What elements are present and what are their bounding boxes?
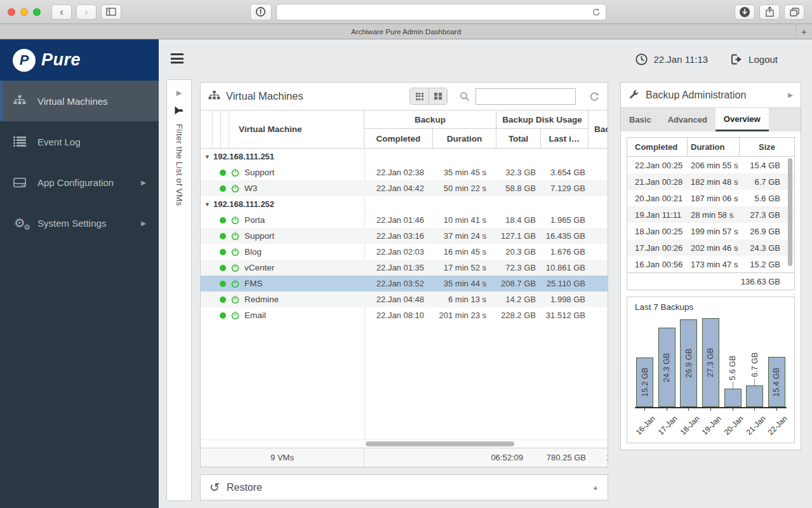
chart-x-labels: 16-Jan17-Jan18-Jan19-Jan20-Jan21-Jan22-J… bbox=[635, 408, 787, 439]
sidebar: P Pure Virtual Machines Event Log App Co… bbox=[0, 39, 159, 508]
vm-table-row[interactable]: Porta22.Jan 01:4610 min 41 s18.4 GB1.965… bbox=[201, 212, 608, 228]
zoom-window-button[interactable] bbox=[33, 8, 41, 16]
chart-x-cell: 20-Jan bbox=[724, 408, 742, 439]
sidebar-item-system-settings[interactable]: ⚙⚙ System Settings ▶ bbox=[0, 203, 159, 243]
column-size[interactable]: Size bbox=[740, 138, 794, 156]
column-total[interactable]: Total bbox=[496, 129, 541, 148]
close-window-button[interactable] bbox=[8, 8, 15, 16]
vm-name-cell: Porta bbox=[201, 215, 364, 225]
scrollbar-thumb[interactable] bbox=[366, 441, 514, 446]
vm-disk-total: 228.2 GB bbox=[496, 311, 541, 320]
vm-name: Blog bbox=[244, 247, 262, 257]
column-group-backup-disk-usage: Backup Disk Usage bbox=[496, 110, 589, 129]
host-group-row[interactable]: ▼192.168.111.251 bbox=[201, 149, 608, 164]
logout-label: Logout bbox=[749, 54, 778, 65]
browser-forward-button[interactable]: › bbox=[76, 4, 97, 20]
vm-name-cell: Email bbox=[201, 311, 364, 320]
power-icon bbox=[231, 168, 239, 177]
tab-overview[interactable]: Overview bbox=[715, 108, 769, 131]
minimize-window-button[interactable] bbox=[20, 8, 28, 16]
clock-icon bbox=[636, 53, 648, 65]
list-icon bbox=[13, 137, 27, 147]
sidebar-item-event-log[interactable]: Event Log bbox=[0, 121, 159, 162]
sidebar-item-app-configuration[interactable]: App Configuration ▶ bbox=[0, 162, 159, 203]
vm-search-input[interactable] bbox=[476, 88, 576, 105]
share-button[interactable] bbox=[759, 4, 780, 20]
x-axis-label: 17-Jan bbox=[656, 414, 679, 437]
backup-completed: 17.Jan 00:26 bbox=[627, 243, 688, 253]
chevron-right-icon: ▶ bbox=[141, 220, 146, 227]
tab-basic[interactable]: Basic bbox=[621, 108, 660, 131]
overview-row[interactable]: 21.Jan 00:28182 min 48 s6.7 GB bbox=[627, 173, 794, 190]
bar-value-label: 6.7 GB bbox=[750, 352, 759, 377]
tab-advanced[interactable]: Advanced bbox=[660, 108, 715, 131]
url-input[interactable] bbox=[282, 8, 592, 17]
chevron-right-icon[interactable]: ▶ bbox=[788, 91, 793, 98]
tile-view-button[interactable] bbox=[429, 88, 447, 104]
vm-table-row[interactable]: Support22.Jan 02:3835 min 45 s32.3 GB3.6… bbox=[201, 164, 608, 180]
browser-sidebar-toggle-button[interactable] bbox=[101, 4, 121, 20]
expand-filter-icon[interactable]: ▶ bbox=[176, 89, 182, 97]
vm-table-footer: 9 VMs 06:52:09 780.25 GB 1 bbox=[201, 448, 608, 467]
reload-icon[interactable] bbox=[592, 8, 601, 17]
column-last-incremental[interactable]: Last i… bbox=[541, 129, 589, 148]
column-completed[interactable]: Completed bbox=[364, 129, 433, 148]
total-duration: 06:52:09 bbox=[364, 453, 541, 462]
collapse-icon[interactable]: ▲ bbox=[592, 484, 599, 491]
backup-completed: 20.Jan 00:21 bbox=[627, 194, 688, 203]
overview-row[interactable]: 22.Jan 00:25206 min 55 s15.4 GB bbox=[627, 157, 794, 173]
browser-back-button[interactable]: ‹ bbox=[51, 4, 72, 20]
browser-tab-title[interactable]: Archiware Pure Admin Dashboard bbox=[0, 28, 812, 36]
vertical-scrollbar-thumb[interactable] bbox=[788, 158, 792, 266]
downloads-button[interactable] bbox=[735, 4, 755, 20]
overview-row[interactable]: 20.Jan 00:21187 min 06 s5.6 GB bbox=[627, 190, 794, 206]
vm-disk-last: 1.965 GB bbox=[541, 215, 589, 225]
overview-row[interactable]: 18.Jan 00:25199 min 57 s26.9 GB bbox=[627, 223, 794, 239]
tab-overview-button[interactable] bbox=[784, 4, 804, 20]
overview-row[interactable]: 16.Jan 00:56173 min 47 s15.2 GB bbox=[627, 256, 794, 272]
sidebar-item-virtual-machines[interactable]: Virtual Machines bbox=[0, 81, 159, 121]
vm-table-row[interactable]: vCenter22.Jan 01:3517 min 52 s72.3 GB10.… bbox=[201, 260, 608, 276]
new-tab-button[interactable]: + bbox=[795, 24, 812, 39]
backup-duration: 199 min 57 s bbox=[688, 227, 740, 236]
restore-section[interactable]: ↺ Restore ▲ bbox=[200, 474, 608, 500]
chart-title: Last 7 Backups bbox=[635, 302, 787, 312]
chart-bar-slot: 15.4 GB bbox=[768, 357, 785, 407]
column-virtual-machine[interactable]: Virtual Machine bbox=[201, 110, 364, 148]
vm-table-row[interactable]: Redmine22.Jan 04:486 min 13 s14.2 GB1.99… bbox=[201, 291, 608, 307]
column-duration[interactable]: Duration bbox=[433, 129, 496, 148]
vm-table-row[interactable]: Blog22.Jan 02:0316 min 45 s20.3 GB1.676 … bbox=[201, 244, 608, 260]
vm-backup-duration: 37 min 24 s bbox=[433, 231, 496, 241]
column-completed[interactable]: Completed bbox=[627, 138, 688, 156]
vm-disk-total: 18.4 GB bbox=[496, 215, 541, 225]
brand-logo: P Pure bbox=[0, 39, 159, 81]
vm-disk-total: 14.2 GB bbox=[496, 295, 541, 304]
vm-table-row[interactable]: W322.Jan 04:4250 min 22 s58.8 GB7.129 GB bbox=[201, 180, 608, 196]
filter-vms-strip[interactable]: ▶ Filter the List of VMs bbox=[166, 79, 192, 501]
clipped-total: 1 bbox=[589, 453, 608, 462]
overview-table: Completed Duration Size 22.Jan 00:25206 … bbox=[627, 137, 795, 290]
sidebar-item-label: System Settings bbox=[37, 218, 106, 229]
password-extension-button[interactable] bbox=[250, 4, 272, 20]
horizontal-scrollbar[interactable] bbox=[201, 439, 608, 448]
pure-logo-icon: P bbox=[13, 49, 36, 72]
logout-button[interactable]: Logout bbox=[731, 54, 778, 65]
column-duration[interactable]: Duration bbox=[688, 138, 740, 156]
url-bar[interactable] bbox=[276, 4, 606, 20]
host-group-row[interactable]: ▼192.168.111.252 bbox=[201, 196, 608, 212]
refresh-icon[interactable] bbox=[589, 91, 600, 102]
vm-backup-completed: 22.Jan 04:48 bbox=[364, 295, 433, 304]
vm-table-row[interactable]: Support22.Jan 03:1637 min 24 s127.1 GB16… bbox=[201, 228, 608, 244]
power-icon bbox=[231, 279, 239, 288]
vm-table-row[interactable]: Email22.Jan 08:10201 min 23 s228.2 GB31.… bbox=[201, 307, 608, 323]
table-view-button[interactable] bbox=[410, 88, 429, 104]
vm-table-row[interactable]: FMS22.Jan 03:5235 min 44 s208.7 GB25.110… bbox=[201, 276, 608, 291]
overview-row[interactable]: 17.Jan 00:26202 min 46 s24.3 GB bbox=[627, 239, 794, 256]
share-icon bbox=[765, 6, 775, 17]
backup-duration: 187 min 06 s bbox=[688, 194, 740, 203]
sidebar-item-label: Virtual Machines bbox=[37, 96, 108, 107]
tabs-icon bbox=[790, 8, 799, 17]
overview-row[interactable]: 19.Jan 11:1128 min 58 s27.3 GB bbox=[627, 206, 794, 223]
sidebar-item-label: Event Log bbox=[37, 137, 81, 147]
menu-toggle-button[interactable] bbox=[171, 53, 183, 66]
